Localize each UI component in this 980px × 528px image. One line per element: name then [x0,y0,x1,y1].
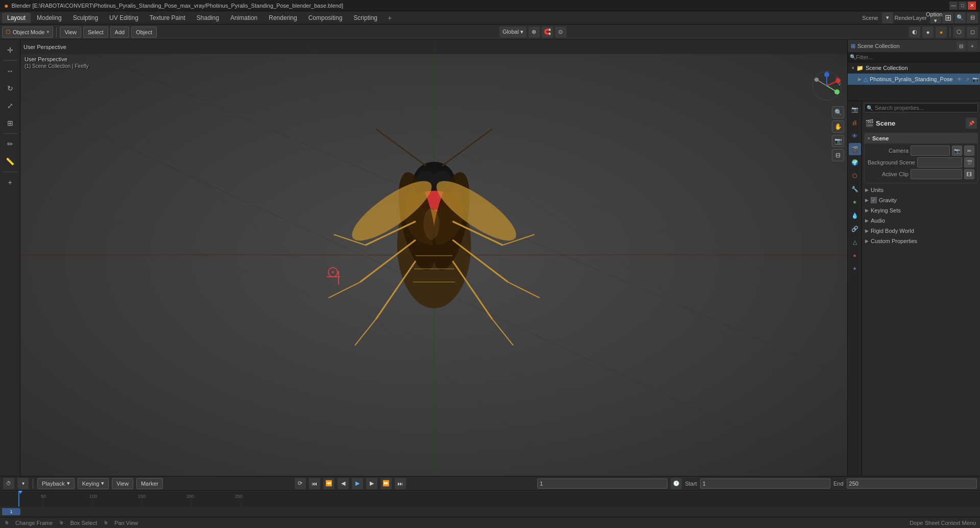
props-search-bar[interactable]: 🔍 [864,103,978,112]
camera-new-button[interactable]: ✏ [964,146,974,156]
tab-texture-paint[interactable]: Texture Paint [145,13,190,23]
navigation-gizmo[interactable]: X Z Y [811,70,842,101]
marker-menu[interactable]: Marker [136,478,163,489]
props-particles-button[interactable]: ⁕ [849,196,861,208]
add-object-tool[interactable]: + [2,174,18,190]
keying-menu[interactable]: Keying ▾ [78,478,109,489]
overlays-button[interactable]: ⬡ [953,27,965,38]
viewport-shading-material[interactable]: ● [922,27,934,38]
gravity-section[interactable]: ▶ Gravity [864,196,978,205]
active-clip-field[interactable] [911,169,962,179]
gravity-checkbox[interactable] [871,197,877,203]
xray-button[interactable]: ◻ [967,27,978,38]
measure-tool[interactable]: 📏 [2,153,18,170]
global-local-dropdown[interactable]: Global ▾ [499,27,527,38]
orthographic-button[interactable]: ⊟ [832,149,844,161]
object-menu[interactable]: Object [131,27,157,38]
scale-tool[interactable]: ⤢ [2,98,18,114]
viewport-shading-solid[interactable]: ◐ [909,27,920,38]
viewport-3d[interactable]: User Perspective User Perspective (1) Sc… [20,40,847,476]
scene-dropdown-button[interactable]: ▾ [882,12,893,23]
tab-layout[interactable]: Layout [2,13,31,23]
next-keyframe-button[interactable]: ⏩ [380,478,392,489]
maximize-button[interactable]: □ [959,2,967,10]
filter-button[interactable]: ⊟ [967,12,978,23]
options-button[interactable]: Options ▾ [930,12,941,23]
audio-section[interactable]: ▶ Audio [864,216,978,225]
props-modifier-button[interactable]: 🔧 [849,183,861,195]
tab-compositing[interactable]: Compositing [303,13,348,23]
jump-start-button[interactable]: ⏮ [309,478,320,489]
timeline-dropdown[interactable]: ▾ [17,478,29,489]
props-pin-button[interactable]: 📌 [966,117,977,129]
next-frame-button[interactable]: ▶ [366,478,377,489]
transform-pivot-button[interactable]: ⊕ [529,27,540,38]
annotate-tool[interactable]: ✏ [2,136,18,152]
transform-tool[interactable]: ⊞ [2,115,18,131]
eye-icon[interactable]: 👁 [957,77,962,82]
props-search-input[interactable] [875,105,975,111]
tab-animation[interactable]: Animation [225,13,262,23]
custom-properties-section[interactable]: ▶ Custom Properties [864,236,978,246]
jump-end-button[interactable]: ⏭ [395,478,406,489]
props-physics-button[interactable]: 💧 [849,209,861,222]
background-scene-icon-btn[interactable]: 🎬 [964,157,974,167]
props-view-layer-button[interactable]: 👁 [849,130,861,142]
tab-sculpting[interactable]: Sculpting [68,13,103,23]
background-scene-field[interactable] [917,157,962,167]
zoom-in-button[interactable]: 🔍 [832,106,844,118]
current-frame-field[interactable]: 1 [537,478,667,489]
minimize-button[interactable]: — [949,2,958,10]
start-frame-field[interactable]: 1 [700,478,830,489]
select-icon[interactable]: ↗ [965,77,969,82]
playback-menu[interactable]: Playback ▾ [37,478,75,489]
view-menu-timeline[interactable]: View [112,478,133,489]
outliner-new-button[interactable]: + [968,41,977,51]
camera-view-button[interactable]: 📷 [832,135,844,147]
move-tool[interactable]: ↔ [2,63,18,79]
active-clip-icon-btn[interactable]: 🎞 [964,169,974,179]
render-icon[interactable]: 📷 [972,77,978,82]
props-world-button[interactable]: 🌍 [849,156,861,169]
close-button[interactable]: ✕ [968,2,976,10]
viewport-shading-render[interactable]: ● [936,27,947,38]
outliner-search-input[interactable] [856,54,978,60]
frame-1-indicator[interactable]: 1 [2,508,20,515]
sync-toggle[interactable]: ⟳ [295,478,306,489]
scene-section-header[interactable]: ▾ Scene [865,133,977,143]
pan-button[interactable]: ✋ [832,121,844,133]
props-render-button[interactable]: 📷 [849,103,861,115]
tab-shading[interactable]: Shading [192,13,224,23]
snap-toggle[interactable]: 🧲 [542,27,553,38]
outliner-filter-button[interactable]: ⊟ [957,41,966,51]
props-output-button[interactable]: 🖨 [849,116,861,129]
outliner-search[interactable]: 🔍 [848,52,980,62]
keying-sets-section[interactable]: ▶ Keying Sets [864,206,978,215]
prev-keyframe-button[interactable]: ⏪ [323,478,334,489]
add-menu[interactable]: Add [110,27,130,38]
tab-scripting[interactable]: Scripting [348,13,383,23]
outliner-collection[interactable]: ▾ 📁 Scene Collection [848,62,980,74]
object-mode-dropdown[interactable]: ⬡ Object Mode ▾ [2,27,53,38]
props-constraints-button[interactable]: 🔗 [849,223,861,235]
camera-field[interactable] [911,146,950,156]
rotate-tool[interactable]: ↻ [2,80,18,97]
outliner-mesh-item[interactable]: ▶ △ Photinus_Pyralis_Standing_Pose 👁 ↗ 📷 [848,74,980,85]
cursor-tool[interactable]: ✛ [2,42,18,58]
camera-link-button[interactable]: 📷 [952,146,962,156]
play-button[interactable]: ▶ [352,478,363,489]
timeline-ruler-area[interactable]: 50 100 150 200 250 1 [0,491,980,517]
end-frame-field[interactable]: 250 [847,478,977,489]
props-scene-button[interactable]: 🎬 [849,143,861,155]
props-data-button[interactable]: △ [849,236,861,248]
props-material-button[interactable]: ● [849,249,861,261]
search-button[interactable]: 🔍 [954,12,966,23]
units-section[interactable]: ▶ Units [864,185,978,195]
tab-rendering[interactable]: Rendering [264,13,302,23]
add-workspace-button[interactable]: + [384,12,396,23]
select-menu[interactable]: Select [83,27,108,38]
props-object-button[interactable]: ⬡ [849,170,861,182]
timeline-editor-icon[interactable]: ⏱ [3,478,14,489]
proportional-edit[interactable]: ⊙ [555,27,566,38]
props-shaderfx-button[interactable]: ✦ [849,262,861,275]
